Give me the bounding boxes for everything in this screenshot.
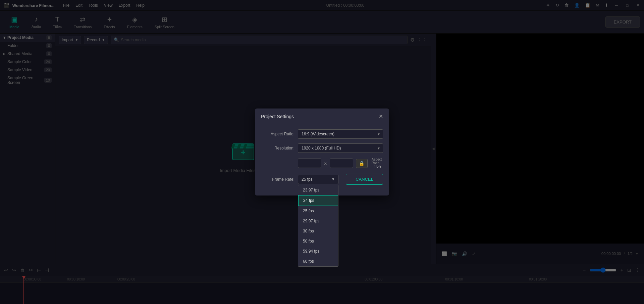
resolution-select-wrap: 1920 x 1080 (Full HD) 1280 x 720 (HD) 38… bbox=[298, 143, 383, 153]
fps-option-23.97[interactable]: 23.97 fps bbox=[298, 185, 338, 195]
height-input[interactable]: 1080 bbox=[330, 159, 353, 168]
aspect-ratio-select[interactable]: 16:9 (Widescreen) 4:3 1:1 9:16 bbox=[298, 129, 383, 139]
frame-rate-selected: 25 fps bbox=[302, 177, 313, 182]
cancel-button[interactable]: CANCEL bbox=[346, 174, 383, 185]
x-separator: X bbox=[324, 161, 327, 166]
project-settings-modal: Project Settings ✕ Aspect Ratio: 16:9 (W… bbox=[255, 108, 389, 196]
fps-option-60[interactable]: 60 fps bbox=[298, 256, 338, 266]
modal-overlay: Project Settings ✕ Aspect Ratio: 16:9 (W… bbox=[0, 0, 644, 304]
modal-body: Aspect Ratio: 16:9 (Widescreen) 4:3 1:1 … bbox=[255, 123, 389, 196]
resolution-select[interactable]: 1920 x 1080 (Full HD) 1280 x 720 (HD) 38… bbox=[298, 143, 383, 153]
modal-header: Project Settings ✕ bbox=[255, 108, 389, 123]
frame-rate-chevron-icon: ▼ bbox=[331, 177, 335, 181]
fps-option-24[interactable]: 24 fps bbox=[298, 195, 338, 206]
frame-rate-row: Frame Rate: 25 fps ▼ 23.97 fps 24 fps 25… bbox=[261, 174, 383, 185]
aspect-ratio-row: Aspect Ratio: 16:9 (Widescreen) 4:3 1:1 … bbox=[261, 129, 383, 139]
lock-aspect-ratio-button[interactable]: 🔒 bbox=[356, 159, 368, 168]
fps-option-30[interactable]: 30 fps bbox=[298, 226, 338, 236]
aspect-ratio-display: Aspect Ratio 16:9 bbox=[372, 158, 383, 169]
aspect-label-top: Aspect Ratio bbox=[372, 158, 383, 165]
aspect-ratio-select-wrap: 16:9 (Widescreen) 4:3 1:1 9:16 bbox=[298, 129, 383, 139]
modal-close-button[interactable]: ✕ bbox=[379, 113, 383, 120]
aspect-ratio-label: Aspect Ratio: bbox=[261, 132, 294, 136]
fps-option-29.97[interactable]: 29.97 fps bbox=[298, 216, 338, 226]
resolution-row: Resolution: 1920 x 1080 (Full HD) 1280 x… bbox=[261, 143, 383, 153]
frame-rate-dropdown-wrap: 25 fps ▼ 23.97 fps 24 fps 25 fps 29.97 f… bbox=[298, 175, 338, 184]
resolution-label: Resolution: bbox=[261, 146, 294, 150]
fps-option-50[interactable]: 50 fps bbox=[298, 236, 338, 246]
width-input[interactable]: 1920 bbox=[298, 159, 321, 168]
frame-rate-label: Frame Rate: bbox=[261, 177, 294, 182]
dimensions-row: 1920 X 1080 🔒 Aspect Ratio 16:9 bbox=[298, 158, 383, 169]
fps-option-59.94[interactable]: 59.94 fps bbox=[298, 246, 338, 256]
modal-title: Project Settings bbox=[261, 114, 294, 119]
fps-option-25[interactable]: 25 fps bbox=[298, 206, 338, 216]
frame-rate-dropdown: 23.97 fps 24 fps 25 fps 29.97 fps 30 fps… bbox=[298, 185, 338, 267]
frame-rate-button[interactable]: 25 fps ▼ bbox=[298, 175, 338, 184]
aspect-label-bot: 16:9 bbox=[374, 165, 381, 169]
